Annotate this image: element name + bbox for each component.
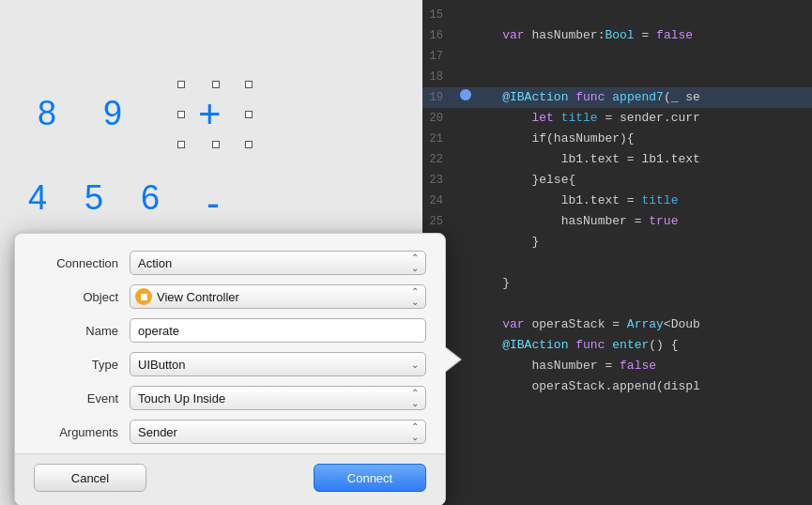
- type-row: Type UIButton AnyObject UIControl ⌄: [15, 352, 445, 376]
- cancel-button[interactable]: Cancel: [34, 464, 146, 492]
- object-label: Object: [34, 290, 118, 304]
- minus-symbol: -: [207, 181, 220, 226]
- code-editor-panel: 15 16 var hasNumber:Bool = false 17 18 1…: [422, 0, 812, 505]
- connection-label: Connection: [34, 256, 118, 270]
- event-select[interactable]: Touch Up Inside Touch Down Value Changed: [130, 386, 426, 410]
- object-icon: [135, 288, 152, 305]
- line-number-18: 18: [422, 67, 458, 87]
- code-line-28: 28 }: [422, 273, 812, 294]
- ibaction-dialog: Connection Action Outlet Outlet Collecti…: [14, 233, 446, 505]
- connect-button[interactable]: Connect: [314, 464, 426, 492]
- code-line-16: 16 var hasNumber:Bool = false: [422, 25, 812, 46]
- line-number-25: 25: [422, 211, 458, 232]
- handle-tr: [245, 81, 253, 88]
- object-select[interactable]: View Controller: [130, 284, 426, 309]
- code-line-25: 25 hasNumber = true: [422, 211, 812, 232]
- event-label: Event: [34, 391, 118, 406]
- code-line-19: 19 @IBAction func append7(_ se: [422, 87, 812, 108]
- arguments-label: Arguments: [34, 425, 118, 439]
- name-row: Name: [15, 318, 445, 343]
- line-content-32: hasNumber = false: [473, 356, 812, 376]
- breakpoint-indicator: [460, 89, 471, 100]
- code-line-22: 22 lb1.text = lb1.text: [422, 149, 812, 170]
- gutter-19: [458, 89, 473, 100]
- connection-select[interactable]: Action Outlet Outlet Collection: [130, 251, 426, 275]
- line-number-15: 15: [422, 5, 458, 25]
- handle-tl: [177, 81, 185, 88]
- arguments-select[interactable]: Sender None: [130, 420, 426, 444]
- line-content-28: }: [473, 273, 812, 294]
- code-line-18: 18: [422, 67, 812, 87]
- line-number-17: 17: [422, 46, 458, 67]
- code-line-27: 27: [422, 252, 812, 273]
- line-content-22: lb1.text = lb1.text: [473, 149, 812, 170]
- name-input[interactable]: [130, 318, 426, 343]
- code-content: 15 16 var hasNumber:Bool = false 17 18 1…: [422, 0, 812, 402]
- object-row: Object View Controller ⌃⌄: [15, 284, 445, 309]
- code-line-23: 23 }else{: [422, 170, 812, 191]
- line-content-26: }: [473, 232, 812, 252]
- line-content-33: operaStack.append(displ: [473, 376, 812, 397]
- handle-bc: [212, 141, 220, 148]
- code-line-32: 32 hasNumber = false: [422, 356, 812, 376]
- code-line-24: 24 lb1.text = title: [422, 191, 812, 211]
- plus-symbol: +: [198, 92, 222, 137]
- code-line-29: 29: [422, 294, 812, 314]
- line-number-20: 20: [422, 108, 458, 129]
- line-content-30: var operaStack = Array<Doub: [473, 314, 812, 335]
- type-select-wrapper[interactable]: UIButton AnyObject UIControl ⌄: [130, 352, 426, 376]
- line-content-25: hasNumber = true: [473, 211, 812, 232]
- line-number-21: 21: [422, 129, 458, 149]
- line-number-23: 23: [422, 170, 458, 191]
- object-select-wrapper[interactable]: View Controller ⌃⌄: [130, 284, 426, 309]
- code-line-31: 31 @IBAction func enter() {: [422, 335, 812, 356]
- line-content-16: var hasNumber:Bool = false: [473, 25, 812, 46]
- line-number-16: 16: [422, 25, 458, 46]
- digit-5: 5: [84, 178, 103, 218]
- type-label: Type: [34, 358, 118, 372]
- event-row: Event Touch Up Inside Touch Down Value C…: [15, 386, 445, 410]
- digit-8: 8: [38, 94, 56, 133]
- arguments-row: Arguments Sender None ⌃⌄: [15, 420, 445, 444]
- code-line-21: 21 if(hasNumber){: [422, 129, 812, 149]
- dialog-buttons: Cancel Connect: [15, 453, 445, 505]
- code-line-30: 30 var operaStack = Array<Doub: [422, 314, 812, 335]
- line-content-31: @IBAction func enter() {: [473, 335, 812, 356]
- line-number-19: 19: [422, 87, 458, 108]
- digit-6: 6: [141, 178, 160, 218]
- type-select[interactable]: UIButton AnyObject UIControl: [130, 352, 426, 376]
- name-label: Name: [34, 324, 118, 338]
- line-number-24: 24: [422, 191, 458, 211]
- arguments-select-wrapper[interactable]: Sender None ⌃⌄: [130, 420, 426, 444]
- code-line-17: 17: [422, 46, 812, 67]
- code-line-26: 26 }: [422, 232, 812, 252]
- line-number-22: 22: [422, 149, 458, 170]
- code-line-33: 33 operaStack.append(displ: [422, 376, 812, 397]
- digit-9: 9: [103, 94, 122, 133]
- code-line-15: 15: [422, 5, 812, 25]
- line-content-20: let title = sender.curr: [473, 108, 812, 129]
- handle-bl: [177, 141, 185, 148]
- code-line-20: 20 let title = sender.curr: [422, 108, 812, 129]
- digit-4: 4: [28, 178, 47, 218]
- connection-row: Connection Action Outlet Outlet Collecti…: [15, 251, 445, 275]
- handle-br: [245, 141, 253, 148]
- event-select-wrapper[interactable]: Touch Up Inside Touch Down Value Changed…: [130, 386, 426, 410]
- connection-select-wrapper[interactable]: Action Outlet Outlet Collection ⌃⌄: [130, 251, 426, 275]
- dialog-arrow: [445, 346, 462, 373]
- handle-tc: [212, 81, 220, 88]
- storyboard-panel: 8 9 4 5 6 + - Connection Action Outlet: [0, 0, 422, 505]
- line-content-23: }else{: [473, 170, 812, 191]
- handle-ml: [177, 111, 185, 118]
- line-content-24: lb1.text = title: [473, 191, 812, 211]
- line-content-19: @IBAction func append7(_ se: [473, 87, 812, 108]
- line-content-21: if(hasNumber){: [473, 129, 812, 149]
- handle-mr: [245, 111, 253, 118]
